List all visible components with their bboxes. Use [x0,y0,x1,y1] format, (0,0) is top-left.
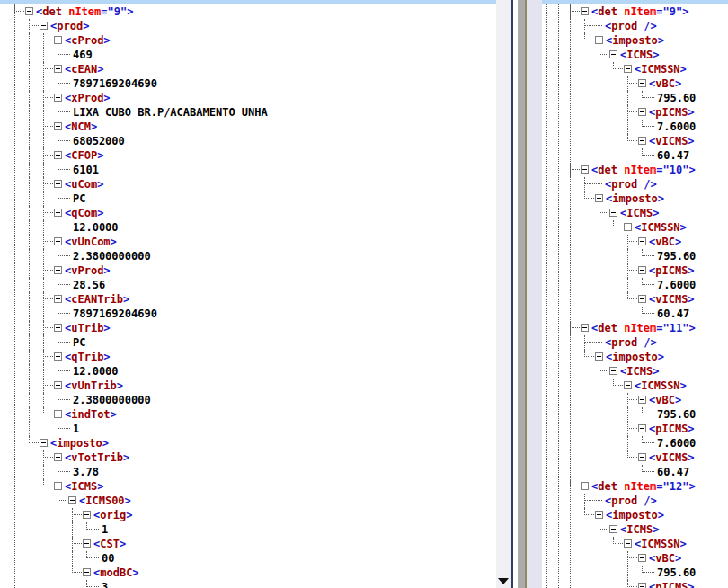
collapse-toggle-icon[interactable] [54,122,62,130]
collapse-toggle-icon[interactable] [40,439,48,447]
collapse-toggle-icon[interactable] [83,511,91,519]
collapse-toggle-icon[interactable] [83,539,91,548]
close-bracket: > [688,264,694,277]
collapse-toggle-icon[interactable] [624,65,632,73]
xml-value-row: 7897169204690 [0,307,496,321]
collapse-toggle-icon[interactable] [638,108,646,116]
collapse-toggle-icon[interactable] [54,65,62,73]
collapse-toggle-icon[interactable] [54,381,62,389]
tree-connector [29,321,30,335]
tree-connector [29,19,30,33]
xml-element-row: <uTrib> [0,321,496,335]
collapse-toggle-icon[interactable] [609,525,617,533]
collapse-toggle-icon[interactable] [609,50,617,58]
collapse-toggle-icon[interactable] [638,237,646,245]
collapse-toggle-icon[interactable] [638,424,646,432]
left-vertical-scrollbar[interactable] [496,0,511,588]
scrollbar-down-button[interactable] [496,574,511,588]
tree-connector [43,163,44,177]
xml-element-row: <vBC> [542,551,728,566]
collapse-toggle-icon[interactable] [638,295,646,303]
collapse-toggle-icon[interactable] [54,209,62,217]
tree-connector [584,198,594,199]
xml-element-row: <ICMS> [542,364,728,379]
xml-element-row: <cEAN> [0,62,496,76]
xml-text-value: 68052000 [73,134,125,148]
collapse-toggle-icon[interactable] [54,453,62,461]
tree-connector [29,364,30,379]
xml-element-row: <imposto> [542,33,728,48]
xml-value-row: 12.0000 [0,220,496,235]
tree-connector [43,97,53,98]
collapse-toggle-icon[interactable] [609,209,617,217]
tree-connector [584,500,602,501]
collapse-toggle-icon[interactable] [595,352,603,361]
collapse-toggle-icon[interactable] [54,295,62,303]
pane-splitter[interactable] [518,0,525,588]
collapse-toggle-icon[interactable] [638,583,646,588]
collapse-toggle-icon[interactable] [638,396,646,404]
collapse-toggle-icon[interactable] [595,194,603,202]
collapse-toggle-icon[interactable] [54,151,62,159]
collapse-toggle-icon[interactable] [54,324,62,332]
collapse-toggle-icon[interactable] [54,94,62,102]
self-close-bracket: /> [637,336,657,349]
collapse-toggle-icon[interactable] [595,36,603,44]
collapse-toggle-icon[interactable] [54,237,62,245]
xml-tag-name: cEANTrib [71,293,123,306]
xml-tag-name: pICMS [655,264,688,277]
tree-connector [58,500,67,501]
collapse-toggle-icon[interactable] [638,453,646,461]
tree-connector [599,54,608,55]
xml-open-tag: <vICMS> [649,292,695,307]
close-bracket: > [117,379,123,392]
tree-connector [584,356,594,357]
collapse-toggle-icon[interactable] [638,554,646,562]
tree-connector [43,33,44,48]
xml-tag-name: modBC [100,566,132,579]
collapse-toggle-icon[interactable] [54,266,62,274]
collapse-toggle-icon[interactable] [595,511,603,519]
xml-value-row: 795.60 [542,407,728,422]
xml-value-row: 3.78 [0,465,496,479]
collapse-toggle-icon[interactable] [581,482,589,490]
collapse-toggle-icon[interactable] [581,7,589,15]
collapse-toggle-icon[interactable] [40,22,48,30]
collapse-toggle-icon[interactable] [54,482,62,490]
xml-element-row: <qTrib> [0,350,496,364]
collapse-toggle-icon[interactable] [54,410,62,418]
collapse-toggle-icon[interactable] [638,137,646,145]
tree-connector [86,557,99,558]
xml-open-tag: <vProd> [65,263,111,278]
collapse-toggle-icon[interactable] [68,496,76,504]
tree-connector [29,177,30,192]
collapse-toggle-icon[interactable] [581,324,589,332]
collapse-toggle-icon[interactable] [54,180,62,188]
xml-text-value: 795.60 [657,249,696,263]
close-bracket: > [688,293,694,306]
tree-connector [627,120,628,134]
tree-connector [570,321,571,335]
xml-element-row: <prod /> [542,177,728,192]
collapse-toggle-icon[interactable] [581,165,589,174]
collapse-toggle-icon[interactable] [54,36,62,44]
xml-element-row: <imposto> [542,508,728,522]
xml-element-row: <ICMSSN> [542,379,728,393]
xml-tag-name: ICMSSN [641,379,679,392]
collapse-toggle-icon[interactable] [624,539,632,548]
collapse-toggle-icon[interactable] [624,223,632,231]
xml-element-row: <prod /> [542,19,728,33]
xml-tag-name: qTrib [71,351,103,363]
xml-text-value: 795.60 [657,408,696,421]
xml-text-value: 00 [102,551,114,566]
collapse-toggle-icon[interactable] [609,367,617,375]
collapse-toggle-icon[interactable] [83,568,91,576]
collapse-toggle-icon[interactable] [638,266,646,274]
collapse-toggle-icon[interactable] [25,7,33,15]
tree-connector [613,543,623,544]
collapse-toggle-icon[interactable] [624,381,632,389]
xml-value-row: 3 [0,580,496,588]
collapse-toggle-icon[interactable] [54,352,62,361]
collapse-toggle-icon[interactable] [638,79,646,87]
xml-element-row: <vICMS> [542,450,728,465]
